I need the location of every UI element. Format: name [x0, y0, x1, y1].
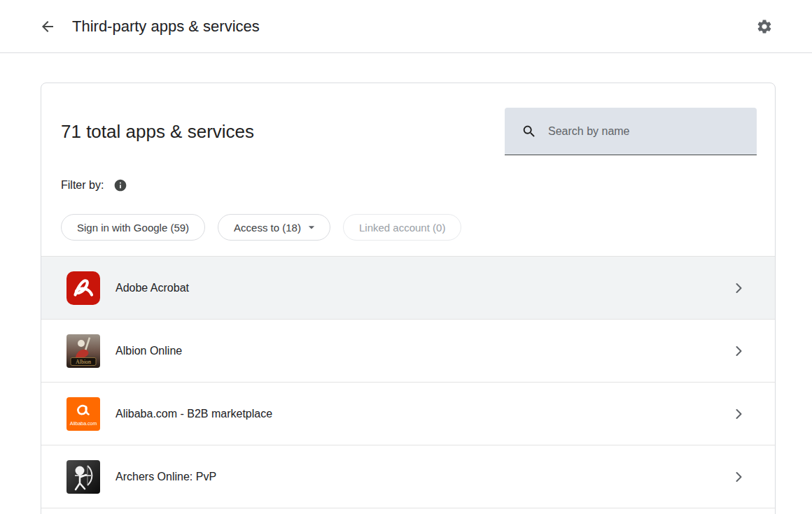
- chip-sign-in-with-google[interactable]: Sign in with Google (59): [61, 214, 205, 241]
- app-row-adobe-acrobat[interactable]: Adobe Acrobat: [41, 257, 775, 320]
- app-name: Alibaba.com - B2B marketplace: [115, 408, 272, 420]
- chevron-right-icon: [730, 280, 747, 297]
- filter-info-button[interactable]: [113, 178, 127, 192]
- app-row-albion-online[interactable]: Albion Albion Online: [41, 320, 775, 383]
- chip-access-to[interactable]: Access to (18): [218, 214, 330, 241]
- back-button[interactable]: [34, 13, 62, 41]
- filter-by-label: Filter by:: [61, 179, 104, 192]
- chip-label: Linked account (0): [359, 222, 445, 234]
- gear-icon: [756, 18, 773, 35]
- svg-text:Albion: Albion: [76, 359, 91, 365]
- app-name: Adobe Acrobat: [115, 282, 189, 294]
- search-input[interactable]: [548, 125, 744, 138]
- alibaba-icon: Alibaba.com: [66, 397, 100, 431]
- filter-chips: Sign in with Google (59) Access to (18) …: [41, 214, 775, 241]
- archers-online-icon: [66, 460, 100, 494]
- app-name: Archers Online: PvP: [115, 471, 216, 483]
- chip-label: Sign in with Google (59): [77, 222, 189, 234]
- chevron-right-icon: [730, 469, 747, 485]
- app-row-archers-online[interactable]: Archers Online: PvP: [41, 445, 775, 508]
- settings-button[interactable]: [750, 13, 778, 41]
- search-field[interactable]: [505, 108, 757, 155]
- total-apps-heading: 71 total apps & services: [61, 121, 254, 143]
- arrow-left-icon: [39, 18, 56, 35]
- albion-online-icon: Albion: [66, 334, 100, 368]
- app-row-alibaba[interactable]: Alibaba.com Alibaba.com - B2B marketplac…: [41, 383, 775, 445]
- top-app-bar: Third-party apps & services: [0, 0, 812, 53]
- search-icon: [522, 124, 537, 139]
- info-icon: [113, 178, 127, 192]
- app-list: Adobe Acrobat Albion: [41, 256, 775, 508]
- chevron-right-icon: [730, 343, 747, 359]
- app-name: Albion Online: [115, 345, 182, 357]
- card-header-row: 71 total apps & services: [41, 83, 775, 155]
- chevron-right-icon: [730, 406, 747, 422]
- adobe-acrobat-icon: [66, 271, 100, 305]
- svg-text:Alibaba.com: Alibaba.com: [70, 421, 97, 426]
- chip-label: Access to (18): [234, 222, 301, 234]
- filter-row: Filter by:: [41, 178, 775, 193]
- page-title: Third-party apps & services: [72, 17, 260, 36]
- chevron-down-icon: [304, 220, 318, 234]
- chip-linked-account: Linked account (0): [343, 214, 461, 241]
- content-card: 71 total apps & services Filter by: Sign…: [41, 83, 776, 514]
